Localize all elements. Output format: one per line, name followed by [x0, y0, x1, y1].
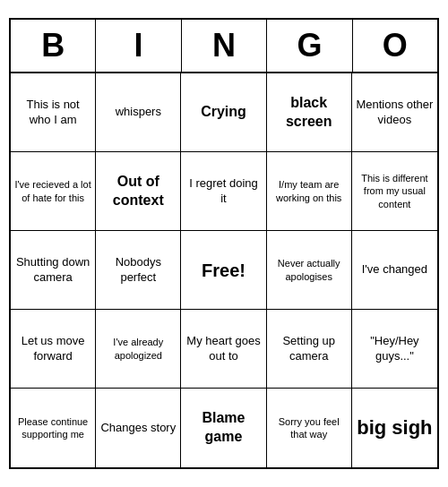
bingo-cell[interactable]: Setting up camera: [267, 310, 352, 389]
bingo-card: BINGO This is not who I amwhispersCrying…: [9, 18, 439, 469]
bingo-cell[interactable]: I've already apologized: [96, 310, 181, 389]
bingo-cell[interactable]: Please continue supporting me: [11, 389, 96, 467]
bingo-cell[interactable]: Shutting down camera: [11, 231, 96, 310]
bingo-grid: This is not who I amwhispersCryingblack …: [11, 73, 437, 467]
bingo-cell[interactable]: This is not who I am: [11, 73, 96, 152]
bingo-cell[interactable]: Nobodys perfect: [96, 231, 181, 310]
bingo-cell[interactable]: "Hey/Hey guys...": [352, 310, 437, 389]
bingo-cell[interactable]: Blame game: [181, 389, 266, 467]
bingo-cell[interactable]: Changes story: [96, 389, 181, 467]
bingo-cell[interactable]: I regret doing it: [181, 152, 266, 231]
bingo-cell[interactable]: This is different from my usual content: [352, 152, 437, 231]
bingo-cell[interactable]: I've changed: [352, 231, 437, 310]
bingo-cell[interactable]: whispers: [96, 73, 181, 152]
bingo-header-letter: I: [96, 20, 181, 73]
bingo-header: BINGO: [11, 20, 437, 73]
bingo-cell[interactable]: I/my team are working on this: [267, 152, 352, 231]
bingo-cell[interactable]: black screen: [267, 73, 352, 152]
bingo-cell[interactable]: Never actually apologises: [267, 231, 352, 310]
bingo-cell[interactable]: Let us move forward: [11, 310, 96, 389]
bingo-header-letter: O: [353, 20, 437, 73]
bingo-header-letter: G: [267, 20, 352, 73]
bingo-cell[interactable]: Sorry you feel that way: [267, 389, 352, 467]
bingo-cell[interactable]: Crying: [181, 73, 266, 152]
bingo-cell[interactable]: big sigh: [352, 389, 437, 467]
bingo-cell[interactable]: My heart goes out to: [181, 310, 266, 389]
bingo-cell[interactable]: Out of context: [96, 152, 181, 231]
bingo-cell[interactable]: Mentions other videos: [352, 73, 437, 152]
bingo-header-letter: B: [11, 20, 96, 73]
bingo-cell[interactable]: Free!: [181, 231, 266, 310]
bingo-cell[interactable]: I've recieved a lot of hate for this: [11, 152, 96, 231]
bingo-header-letter: N: [182, 20, 267, 73]
